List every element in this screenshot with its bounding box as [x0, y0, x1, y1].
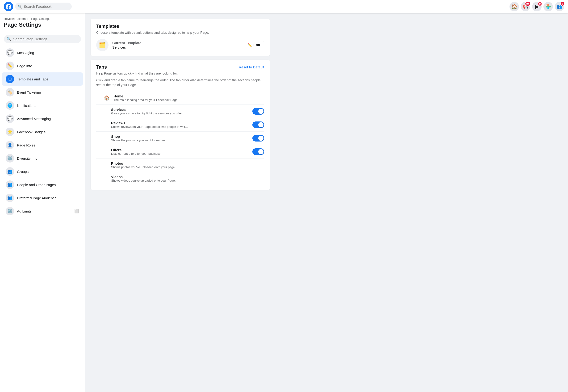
toggle-offers[interactable] — [252, 148, 264, 155]
sidebar-item-page-roles[interactable]: 👤 Page Roles — [2, 139, 83, 152]
tab-name-home: Home — [113, 94, 264, 98]
edit-template-button[interactable]: ✏️ Edit — [244, 41, 264, 49]
sidebar-item-people-other-pages[interactable]: 👥 People and Other Pages — [2, 178, 83, 191]
sidebar-item-advanced-messaging[interactable]: 💬 Advanced Messaging — [2, 112, 83, 125]
sidebar-icon-preferred-page-audience: 👥 — [6, 194, 14, 202]
sidebar-item-groups[interactable]: 👥 Groups — [2, 165, 83, 178]
sidebar-label-facebook-badges: Facebook Badges — [17, 130, 45, 134]
sidebar-icon-diversity-info: ⚙️ — [6, 154, 14, 163]
tabs-header: Tabs Reset to Default — [96, 64, 264, 70]
sidebar-divider — [4, 33, 81, 33]
sidebar-label-page-info: Page Info — [17, 64, 32, 68]
sidebar-item-notifications[interactable]: 🌐 Notifications — [2, 99, 83, 112]
sidebar-label-people-other-pages: People and Other Pages — [17, 183, 56, 187]
tab-row-photos: ⠿ Photos Shows photos you've uploaded on… — [96, 158, 264, 172]
toggle-services[interactable] — [252, 108, 264, 115]
tab-desc-services: Gives you a space to highlight the servi… — [111, 112, 249, 115]
tab-info-services: Services Gives you a space to highlight … — [111, 108, 249, 115]
sidebar-search-icon: 🔍 — [7, 37, 11, 41]
sidebar-label-page-roles: Page Roles — [17, 143, 35, 147]
facebook-logo[interactable] — [4, 2, 13, 11]
store-nav-btn[interactable]: 🏪 — [543, 2, 553, 11]
current-template-value: Services — [112, 45, 240, 49]
search-bar[interactable]: 🔍 — [15, 3, 72, 10]
friends-badge: 8 — [560, 1, 565, 6]
sidebar-item-facebook-badges[interactable]: ⭐ Facebook Badges — [2, 125, 83, 139]
tab-name-photos: Photos — [111, 161, 264, 165]
home-icon: 🏠 — [511, 4, 517, 9]
sidebar-label-diversity-info: Diversity Info — [17, 156, 38, 160]
tab-desc-reviews: Shows reviews on your Page and allows pe… — [111, 125, 249, 128]
template-row: 🗂️ Current Template Services ✏️ Edit — [96, 39, 264, 51]
tab-row-home: 🏠 Home The main landing area for your Fa… — [96, 91, 264, 104]
reset-to-default-button[interactable]: Reset to Default — [239, 65, 264, 69]
tab-info-shop: Shop Shows the products you want to feat… — [111, 134, 249, 142]
sidebar-search-bar[interactable]: 🔍 — [4, 35, 81, 43]
template-info: Current Template Services — [112, 41, 240, 49]
tab-row-services: ⠿ Services Gives you a space to highligh… — [96, 104, 264, 118]
top-nav: 🔍 🏠 📢 9+ ▶ 9 🏪 👥 8 — [0, 0, 568, 13]
video-nav-btn[interactable]: ▶ 9 — [532, 2, 541, 11]
sidebar: ReviewTrackers › Page Settings Page Sett… — [0, 13, 85, 392]
tabs-description: Help Page visitors quickly find what the… — [96, 71, 264, 76]
drag-handle-offers[interactable]: ⠿ — [96, 150, 99, 154]
sidebar-item-event-ticketing[interactable]: 🏷️ Event Ticketing — [2, 86, 83, 99]
tab-row-reviews: ⠿ Reviews Shows reviews on your Page and… — [96, 118, 264, 131]
templates-desc: Choose a template with default buttons a… — [96, 30, 264, 35]
page-title: Page Settings — [0, 21, 85, 31]
edit-icon: ✏️ — [248, 43, 252, 47]
edit-label: Edit — [254, 43, 260, 47]
search-input[interactable] — [24, 4, 69, 9]
drag-handle-shop[interactable]: ⠿ — [96, 136, 99, 140]
sidebar-icon-messaging: 💬 — [6, 48, 14, 57]
current-template-label: Current Template — [112, 41, 240, 45]
breadcrumb: ReviewTrackers › Page Settings — [0, 17, 85, 21]
drag-handle-services[interactable]: ⠿ — [96, 110, 99, 113]
tab-desc-videos: Shows videos you've uploaded onto your P… — [111, 179, 264, 182]
home-nav-btn[interactable]: 🏠 — [510, 2, 519, 11]
tab-info-offers: Offers Lists current offers for your bus… — [111, 148, 249, 155]
tab-name-reviews: Reviews — [111, 121, 249, 125]
sidebar-icon-page-roles: 👤 — [6, 141, 14, 149]
tabs-description2: Click and drag a tab name to rearrange t… — [96, 78, 264, 87]
sidebar-item-ad-limits[interactable]: ⚙️ Ad Limits ⬜ — [2, 205, 83, 218]
video-badge: 9 — [538, 1, 542, 6]
tab-icon-home: 🏠 — [104, 95, 110, 101]
main-content: Templates Choose a template with default… — [85, 13, 568, 392]
sidebar-icon-templates-tabs: ⊞ — [6, 75, 14, 83]
tab-desc-photos: Shows photos you've uploaded onto your p… — [111, 165, 264, 169]
megaphone-nav-btn[interactable]: 📢 9+ — [521, 2, 530, 11]
tab-info-videos: Videos Shows videos you've uploaded onto… — [111, 175, 264, 182]
tab-name-offers: Offers — [111, 148, 249, 152]
sidebar-label-notifications: Notifications — [17, 104, 36, 108]
drag-handle-reviews[interactable]: ⠿ — [96, 123, 99, 127]
drag-handle-videos[interactable]: ⠿ — [96, 177, 99, 181]
toggle-reviews[interactable] — [252, 122, 264, 128]
sidebar-label-event-ticketing: Event Ticketing — [17, 90, 41, 94]
tab-name-shop: Shop — [111, 134, 249, 139]
sidebar-item-messaging[interactable]: 💬 Messaging — [2, 46, 83, 59]
sidebar-item-diversity-info[interactable]: ⚙️ Diversity Info — [2, 152, 83, 165]
toggle-slider-offers — [252, 148, 264, 155]
sidebar-search-input[interactable] — [13, 37, 78, 41]
tab-desc-offers: Lists current offers for your business. — [111, 152, 249, 155]
search-icon: 🔍 — [18, 5, 22, 9]
sidebar-item-preferred-page-audience[interactable]: 👥 Preferred Page Audience — [2, 191, 83, 205]
toggle-slider-services — [252, 108, 264, 115]
sidebar-icon-facebook-badges: ⭐ — [6, 128, 14, 136]
sidebar-label-templates-tabs: Templates and Tabs — [17, 77, 48, 81]
drag-handle-photos[interactable]: ⠿ — [96, 163, 99, 167]
breadcrumb-current: Page Settings — [31, 17, 50, 21]
sidebar-item-page-info[interactable]: ✏️ Page Info — [2, 59, 83, 72]
sidebar-item-templates-tabs[interactable]: ⊞ Templates and Tabs — [2, 72, 83, 86]
template-icon: 🗂️ — [96, 39, 109, 51]
sidebar-icon-notifications: 🌐 — [6, 101, 14, 110]
sidebar-icon-event-ticketing: 🏷️ — [6, 88, 14, 97]
sidebar-label-advanced-messaging: Advanced Messaging — [17, 117, 51, 121]
friends-nav-btn[interactable]: 👥 8 — [555, 2, 564, 11]
toggle-shop[interactable] — [252, 135, 264, 141]
tab-info-reviews: Reviews Shows reviews on your Page and a… — [111, 121, 249, 128]
tab-name-videos: Videos — [111, 175, 264, 179]
breadcrumb-parent[interactable]: ReviewTrackers — [4, 17, 26, 21]
tab-row-offers: ⠿ Offers Lists current offers for your b… — [96, 145, 264, 158]
